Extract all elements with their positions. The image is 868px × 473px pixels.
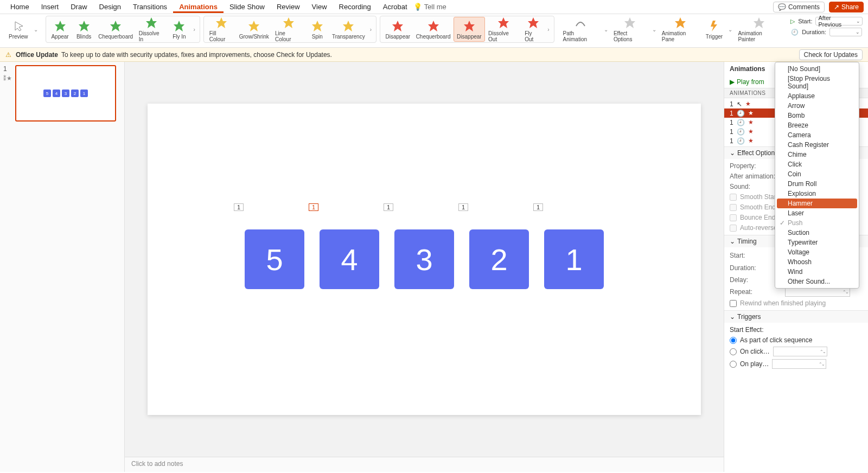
anim-tag[interactable]: 1 <box>384 203 393 211</box>
effect-dissolve-in[interactable]: Dissolve In <box>136 17 168 42</box>
effect-spin[interactable]: Spin <box>305 17 329 42</box>
trigger-as-part[interactable]: As part of click sequence <box>730 336 863 344</box>
sound-item[interactable]: Whoosh <box>777 257 857 267</box>
canvas-area: 15 14 13 12 11 Click to add notes <box>125 62 724 472</box>
effect-chequerboard-out[interactable]: Chequerboard <box>413 17 454 42</box>
tab-acrobat[interactable]: Acrobat <box>377 1 413 13</box>
share-button[interactable]: ↗ Share <box>829 2 864 12</box>
sound-item[interactable]: Laser <box>777 208 857 218</box>
sound-item[interactable]: Other Sound... <box>777 277 857 286</box>
animation-painter-button[interactable]: Animation Painter <box>735 17 783 42</box>
box-1[interactable]: 1 <box>544 229 604 289</box>
on-click-select[interactable] <box>773 347 827 356</box>
anim-tag[interactable]: 1 <box>458 203 468 211</box>
sound-item[interactable]: Camera <box>777 130 857 140</box>
sound-item[interactable]: Explosion <box>777 189 857 199</box>
sound-item[interactable]: Breeze <box>777 120 857 130</box>
slide-canvas[interactable]: 15 14 13 12 11 <box>148 104 701 415</box>
start-combo[interactable]: After Previous <box>815 17 863 25</box>
effect-chequerboard[interactable]: Chequerboard <box>96 17 136 42</box>
clock-icon: 🕘 <box>737 137 745 145</box>
check-updates-button[interactable]: Check for Updates <box>799 49 863 60</box>
box-5[interactable]: 5 <box>245 229 304 289</box>
sound-item[interactable]: Arrow <box>777 101 857 111</box>
effect-transparency[interactable]: Transparency <box>329 17 368 42</box>
preview-caret[interactable]: ⌄ <box>31 27 40 33</box>
path-caret[interactable]: ⌄ <box>602 27 610 33</box>
svg-marker-1 <box>55 21 66 31</box>
sound-item[interactable]: Push <box>777 218 857 228</box>
sound-item[interactable]: Bomb <box>777 111 857 120</box>
tab-recording[interactable]: Recording <box>333 1 377 13</box>
on-play-select[interactable] <box>772 359 826 369</box>
comments-button[interactable]: 💬 Comments <box>773 2 825 12</box>
tab-design[interactable]: Design <box>93 1 127 13</box>
triggers-header[interactable]: ⌄ Triggers <box>724 311 868 323</box>
effect-grow-shrink[interactable]: Grow/Shrink <box>237 17 272 42</box>
sound-item[interactable]: Wind <box>777 267 857 277</box>
effect-dissolve-out[interactable]: Dissolve Out <box>485 17 521 42</box>
after-anim-label: After animation: <box>730 172 782 180</box>
anim-tag[interactable]: 1 <box>234 203 244 211</box>
bolt-icon <box>707 20 720 33</box>
anim-tag[interactable]: 1 <box>309 203 318 211</box>
tab-insert[interactable]: Insert <box>35 1 65 13</box>
sound-item[interactable]: Applause <box>777 91 857 101</box>
sound-item[interactable]: Hammer <box>777 199 857 208</box>
preview-button[interactable]: Preview <box>5 17 31 42</box>
sound-item[interactable]: [Stop Previous Sound] <box>777 74 857 91</box>
entrance-more[interactable]: › <box>191 27 197 33</box>
star-yellow-icon <box>311 20 324 33</box>
sound-item[interactable]: Typewriter <box>777 238 857 247</box>
tab-home[interactable]: Home <box>4 1 35 13</box>
trigger-on-click[interactable]: On click… <box>730 347 863 356</box>
anim-tag[interactable]: 1 <box>533 203 543 211</box>
exit-more[interactable]: › <box>545 27 551 33</box>
effect-fly-in[interactable]: Fly In <box>167 17 191 42</box>
effect-disappear-b[interactable]: Disappear <box>454 17 485 42</box>
effect-fill-colour[interactable]: Fill Colour <box>206 17 237 42</box>
effect-opts-caret[interactable]: ⌄ <box>650 27 659 33</box>
effect-blinds[interactable]: Blinds <box>72 17 96 42</box>
tab-slideshow[interactable]: Slide Show <box>224 1 271 13</box>
sound-item[interactable]: Drum Roll <box>777 179 857 189</box>
sound-item[interactable]: Click <box>777 159 857 169</box>
sound-item[interactable]: Chime <box>777 150 857 159</box>
emphasis-more[interactable]: › <box>368 27 374 33</box>
trigger-caret[interactable]: ⌄ <box>726 27 735 33</box>
tab-draw[interactable]: Draw <box>65 1 93 13</box>
effect-appear[interactable]: Appear <box>48 17 72 42</box>
box-4[interactable]: 4 <box>320 229 379 289</box>
tab-animations[interactable]: Animations <box>173 1 224 13</box>
tell-me[interactable]: 💡 Tell me <box>413 3 446 11</box>
star-red-icon <box>527 16 540 29</box>
sound-item[interactable]: Coin <box>777 169 857 179</box>
duration-label: Duration: <box>730 264 782 272</box>
notes-placeholder[interactable]: Click to add notes <box>125 457 724 472</box>
tab-review[interactable]: Review <box>271 1 306 13</box>
rewind-check[interactable]: Rewind when finished playing <box>730 299 863 307</box>
svg-marker-6 <box>216 17 227 28</box>
trigger-button[interactable]: Trigger <box>702 17 726 42</box>
box-2[interactable]: 2 <box>469 229 529 289</box>
svg-marker-9 <box>312 21 323 31</box>
animation-pane-button[interactable]: Animation Pane <box>659 17 703 42</box>
sound-item[interactable]: Cash Register <box>777 140 857 150</box>
clock-icon: 🕘 <box>791 29 799 36</box>
path-animation-button[interactable]: Path Animation <box>560 17 602 42</box>
effect-fly-out[interactable]: Fly Out <box>521 17 545 42</box>
tab-transitions[interactable]: Transitions <box>127 1 173 13</box>
effect-disappear-a[interactable]: Disappear <box>382 17 413 42</box>
tab-view[interactable]: View <box>306 1 333 13</box>
delay-label: Delay: <box>730 276 782 284</box>
sound-item[interactable]: Suction <box>777 228 857 238</box>
effect-options-button[interactable]: Effect Options <box>610 17 650 42</box>
box-3[interactable]: 3 <box>394 229 454 289</box>
slide-thumbnail-1[interactable]: 5 4 3 2 1 <box>15 65 116 122</box>
sound-item[interactable]: Voltage <box>777 247 857 257</box>
trigger-on-play[interactable]: On play… <box>730 359 863 369</box>
effect-line-colour[interactable]: Line Colour <box>272 17 305 42</box>
duration-combo[interactable] <box>829 28 862 36</box>
sound-item[interactable]: [No Sound] <box>777 64 857 74</box>
thumb-number: 1 <box>3 65 12 73</box>
